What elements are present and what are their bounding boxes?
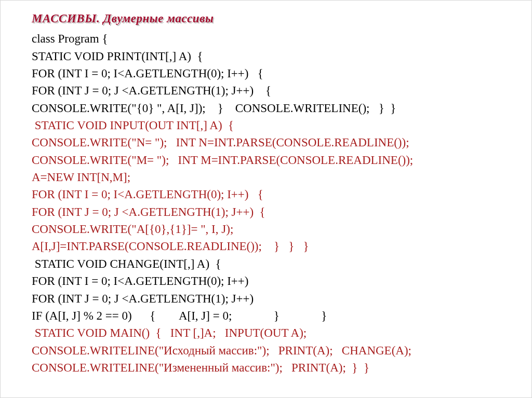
code-line: STATIC VOID MAIN() { INT [,]A; INPUT(OUT…: [32, 324, 517, 341]
slide-content: МАССИВЫ. Двумерные массивы class Program…: [1, 1, 531, 381]
slide-title: МАССИВЫ. Двумерные массивы: [32, 10, 517, 27]
code-line: CONSOLE.WRITE("A[{0},{1}]= ", I, J);: [32, 221, 517, 238]
code-line: IF (A[I, J] % 2 == 0) { A[I, J] = 0; } }: [32, 307, 517, 324]
code-line: FOR (INT J = 0; J <A.GETLENGTH(1); J++) …: [32, 82, 517, 99]
code-line: FOR (INT I = 0; I<A.GETLENGTH(0); I++) {: [32, 186, 517, 203]
code-line: CONSOLE.WRITE("N= "); INT N=INT.PARSE(CO…: [32, 134, 517, 151]
code-line: A[I,J]=INT.PARSE(CONSOLE.READLINE()); } …: [32, 238, 517, 255]
code-line: CONSOLE.WRITE("{0} ", A[I, J]); } CONSOL…: [32, 100, 517, 117]
code-line: STATIC VOID CHANGE(INT[,] A) {: [32, 255, 517, 272]
code-line: FOR (INT J = 0; J <A.GETLENGTH(1); J++) …: [32, 203, 517, 221]
code-line: STATIC VOID INPUT(OUT INT[,] A) {: [32, 117, 517, 134]
code-line: CONSOLE.WRITELINE("Измененный массив:");…: [32, 359, 517, 376]
code-line: CONSOLE.WRITE("M= "); INT M=INT.PARSE(CO…: [32, 152, 517, 169]
code-line: STATIC VOID PRINT(INT[,] A) {: [32, 48, 517, 65]
code-block: class Program {STATIC VOID PRINT(INT[,] …: [32, 30, 517, 376]
code-line: FOR (INT I = 0; I<A.GETLENGTH(0); I++): [32, 272, 517, 290]
code-line: CONSOLE.WRITELINE("Исходный массив:"); P…: [32, 342, 517, 359]
code-line: FOR (INT I = 0; I<A.GETLENGTH(0); I++) {: [32, 65, 517, 82]
code-line: A=NEW INT[N,M];: [32, 169, 517, 186]
code-line: class Program {: [32, 30, 517, 47]
code-line: FOR (INT J = 0; J <A.GETLENGTH(1); J++): [32, 290, 517, 307]
